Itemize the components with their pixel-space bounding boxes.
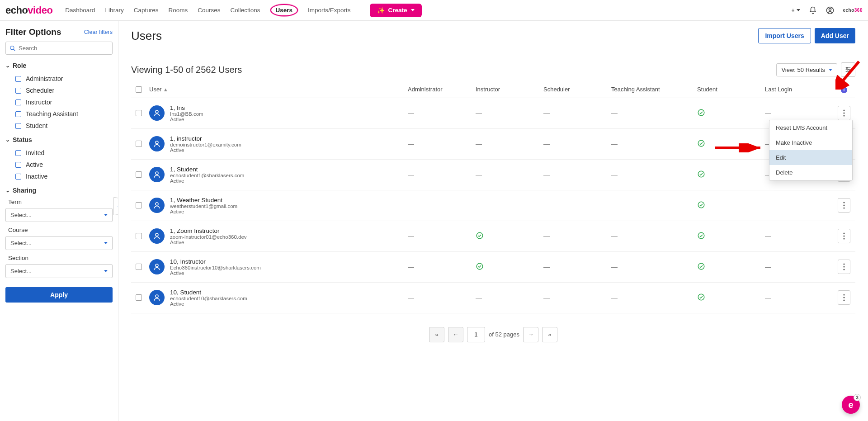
clear-filters-link[interactable]: Clear filters xyxy=(84,29,113,35)
col-scheduler[interactable]: Scheduler xyxy=(543,86,611,93)
col-administrator[interactable]: Administrator xyxy=(408,86,476,93)
nav-rooms[interactable]: Rooms xyxy=(168,7,188,14)
section-select[interactable]: Select... xyxy=(5,264,113,278)
svg-point-2 xyxy=(829,8,831,10)
annotation-arrow-to-more xyxy=(835,58,863,90)
svg-point-37 xyxy=(843,263,844,265)
chevron-down-icon xyxy=(104,270,108,272)
row-checkbox[interactable] xyxy=(136,171,142,178)
user-name[interactable]: 1, instructor xyxy=(170,135,241,142)
status-label: Status xyxy=(13,136,32,143)
sidebar-collapse-handle[interactable]: ‹ xyxy=(113,197,118,215)
settings-dropdown-icon[interactable] xyxy=(791,6,800,15)
pager-next-button[interactable]: → xyxy=(523,327,538,342)
section-status[interactable]: ⌄ Status xyxy=(5,136,113,143)
pager-first-button[interactable]: « xyxy=(429,327,444,342)
row-checkbox[interactable] xyxy=(136,233,142,239)
col-user[interactable]: User xyxy=(149,86,161,93)
bell-icon[interactable] xyxy=(808,6,817,15)
pager-last-button[interactable]: » xyxy=(542,327,557,342)
filter-role-administrator[interactable]: Administrator xyxy=(5,73,113,85)
pager-page-input[interactable] xyxy=(467,327,485,342)
search-input[interactable] xyxy=(19,45,108,52)
user-name[interactable]: 1, Weather Student xyxy=(170,197,237,203)
filter-status-active[interactable]: Active xyxy=(5,159,113,170)
user-email: zoom-instructor01@echo360.dev xyxy=(170,234,247,240)
account-icon[interactable] xyxy=(826,6,835,15)
empty-cell: — xyxy=(611,294,697,301)
row-checkbox[interactable] xyxy=(136,294,142,301)
section-role[interactable]: ⌄ Role xyxy=(5,62,113,69)
empty-cell: — xyxy=(476,109,543,117)
course-select[interactable]: Select... xyxy=(5,236,113,250)
row-more-button[interactable] xyxy=(838,229,850,243)
user-status: Active xyxy=(170,240,247,245)
ctx-item-make-inactive[interactable]: Make Inactive xyxy=(769,135,852,150)
row-more-button[interactable] xyxy=(838,290,850,305)
user-email: weatherstudent1@gmail.com xyxy=(170,203,237,209)
user-status: Active xyxy=(170,270,261,276)
table-row: 1, Weather Student weatherstudent1@gmail… xyxy=(131,190,855,221)
search-input-wrap[interactable] xyxy=(5,42,113,55)
table-body: 1, Ins Ins1@BB.com Active — — — — — Rese… xyxy=(131,98,855,313)
empty-cell: — xyxy=(543,294,611,301)
col-lastlogin[interactable]: Last Login xyxy=(765,86,833,93)
term-select[interactable]: Select... xyxy=(5,208,113,222)
filter-status-inactive[interactable]: Inactive xyxy=(5,170,113,182)
row-checkbox[interactable] xyxy=(136,264,142,270)
filter-status-invited[interactable]: Invited xyxy=(5,147,113,159)
nav-dashboard[interactable]: Dashboard xyxy=(65,7,95,14)
row-more-button[interactable] xyxy=(838,198,850,213)
nav-imports-exports[interactable]: Imports/Exports xyxy=(308,7,351,14)
row-more-button[interactable] xyxy=(838,106,850,120)
row-checkbox[interactable] xyxy=(136,141,142,147)
help-badge[interactable]: e 3 xyxy=(842,396,860,414)
check-icon xyxy=(697,109,765,118)
select-all-checkbox[interactable] xyxy=(136,86,142,93)
add-user-button[interactable]: Add User xyxy=(815,28,855,43)
checkbox-icon xyxy=(15,123,21,129)
row-checkbox[interactable] xyxy=(136,202,142,208)
empty-cell: — xyxy=(408,202,476,209)
svg-point-18 xyxy=(156,172,158,175)
term-label: Term xyxy=(8,199,113,205)
user-name[interactable]: 1, Ins xyxy=(170,104,203,111)
last-login-cell: — xyxy=(765,294,833,301)
nav-courses[interactable]: Courses xyxy=(198,7,220,14)
pager-prev-button[interactable]: ← xyxy=(448,327,463,342)
nav-collections[interactable]: Collections xyxy=(230,7,260,14)
table-row: 1, Zoom Instructor zoom-instructor01@ech… xyxy=(131,221,855,252)
nav-captures[interactable]: Captures xyxy=(134,7,159,14)
user-name[interactable]: 10, Instructor xyxy=(170,258,261,265)
empty-cell: — xyxy=(611,171,697,178)
filter-role-instructor[interactable]: Instructor xyxy=(5,96,113,108)
ctx-item-reset-lms-account[interactable]: Reset LMS Account xyxy=(769,120,852,135)
row-checkbox[interactable] xyxy=(136,110,142,116)
filter-role-ta[interactable]: Teaching Assistant xyxy=(5,108,113,120)
svg-point-30 xyxy=(698,232,704,239)
empty-cell: — xyxy=(408,294,476,301)
apply-button[interactable]: Apply xyxy=(5,287,113,303)
col-student[interactable]: Student xyxy=(697,86,765,93)
create-button[interactable]: ✨ Create xyxy=(370,4,422,17)
col-ta[interactable]: Teaching Assistant xyxy=(611,86,697,93)
row-more-button[interactable] xyxy=(838,260,850,274)
user-name[interactable]: 1, Zoom Instructor xyxy=(170,227,247,234)
import-users-button[interactable]: Import Users xyxy=(758,28,811,43)
filter-role-scheduler[interactable]: Scheduler xyxy=(5,85,113,96)
nav-users[interactable]: Users xyxy=(270,4,298,16)
nav-items: Dashboard Library Captures Rooms Courses… xyxy=(65,4,421,17)
col-instructor[interactable]: Instructor xyxy=(476,86,543,93)
section-sharing[interactable]: ⌄ Sharing xyxy=(5,187,113,194)
logo[interactable]: echovideo xyxy=(5,5,52,16)
user-name[interactable]: 10, Student xyxy=(170,289,247,296)
user-name[interactable]: 1, Student xyxy=(170,166,244,173)
avatar xyxy=(149,167,165,182)
view-results-dropdown[interactable]: View: 50 Results xyxy=(776,63,837,76)
badge-letter: e xyxy=(848,400,853,410)
ctx-item-edit[interactable]: Edit xyxy=(769,150,852,165)
filter-role-student[interactable]: Student xyxy=(5,120,113,132)
nav-library[interactable]: Library xyxy=(105,7,123,14)
section-label: Section xyxy=(8,255,113,261)
ctx-item-delete[interactable]: Delete xyxy=(769,165,852,180)
